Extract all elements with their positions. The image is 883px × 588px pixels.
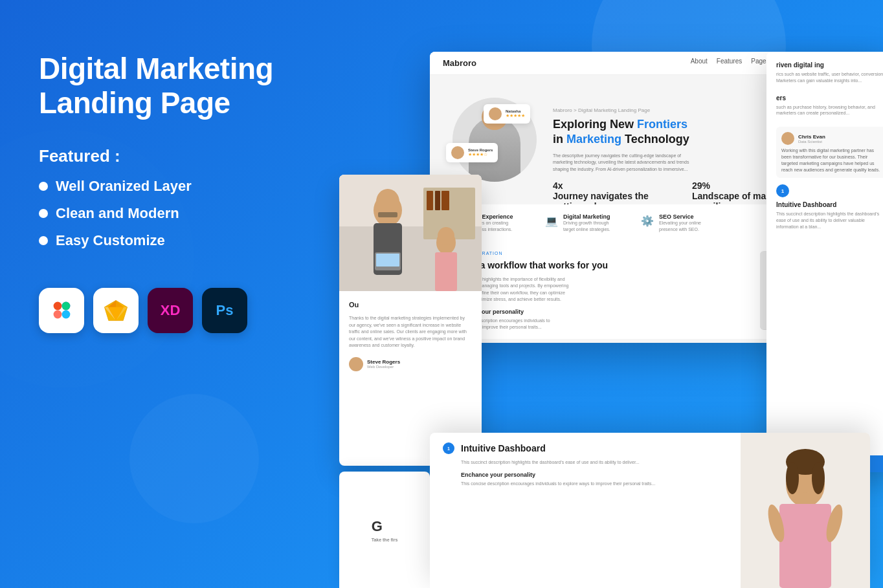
- svg-rect-26: [442, 191, 449, 210]
- go-desc: Take the firs: [372, 538, 398, 542]
- list-item: Easy Customize: [39, 232, 278, 249]
- second-profile: Steve Rogers Web Developer: [349, 357, 472, 371]
- figma-icon: [39, 288, 84, 333]
- ps-icon: Ps: [202, 288, 247, 333]
- title-part2: in: [553, 133, 563, 146]
- svg-point-35: [438, 227, 454, 245]
- ps-label: Ps: [216, 302, 234, 319]
- svg-rect-38: [779, 504, 831, 588]
- review-text: Working with this digital marketing part…: [781, 147, 881, 173]
- main-title: Digital Marketing Landing Page: [39, 52, 278, 120]
- svg-rect-34: [435, 252, 457, 291]
- dashboard-number: 1: [776, 184, 789, 197]
- xd-icon: XD: [148, 288, 193, 333]
- service-title-3: SEO Service: [659, 213, 717, 220]
- third-desc-1: rics such as website traffic, user behav…: [776, 71, 883, 84]
- list-item: Well Oranized Layer: [39, 178, 278, 195]
- go-letter: G: [372, 518, 398, 535]
- second-title: Ou: [349, 301, 472, 309]
- bottom-subtitle: Enchance your personality: [461, 472, 655, 478]
- svg-point-29: [376, 189, 399, 215]
- bottom-left: 1 Intuitive Dashboard This succinct desc…: [430, 433, 741, 588]
- bullet-icon: [39, 236, 48, 245]
- third-section-1: riven digital ing rics such as website t…: [776, 61, 883, 84]
- profile-name: Steve Rogers: [367, 359, 400, 365]
- third-desc-2: such as purchase history, browsing behav…: [776, 104, 883, 117]
- svg-point-41: [786, 462, 799, 494]
- stat-1: 4x Journey navigates the cutting-edge: [553, 180, 679, 204]
- stat-1-label: Journey navigates the cutting-edge: [553, 191, 679, 204]
- review-avatar: [781, 132, 794, 145]
- review-role: Data Scientist: [798, 140, 825, 144]
- service-icon-3: ⚙️: [641, 215, 654, 227]
- bottom-right-image: [741, 433, 870, 588]
- dashboard-title: Intuitive Dashboard: [776, 201, 883, 208]
- mockup-second: Ou Thanks to the digital marketing strat…: [339, 175, 482, 466]
- svg-rect-25: [435, 191, 440, 210]
- svg-rect-30: [378, 212, 397, 217]
- title-highlight1: Frontiers: [637, 118, 687, 131]
- sketch-icon: [93, 288, 139, 333]
- mockup-logo: Mabroro: [443, 58, 476, 68]
- dashboard-section: 1 Intuitive Dashboard This succinct desc…: [776, 184, 883, 230]
- bottom-title: Intuitive Dashboard: [461, 442, 655, 454]
- nav-link: Features: [717, 58, 742, 69]
- title-part1: Exploring New: [553, 118, 634, 131]
- service-title-2: Digital Marketing: [563, 213, 621, 220]
- svg-rect-3: [61, 310, 70, 319]
- rating-avatar: [489, 107, 502, 120]
- second-person-img: [339, 175, 482, 291]
- svg-rect-24: [427, 191, 433, 210]
- mockup-container: Mabroro About Features Pages Pricing FAQ…: [300, 0, 883, 588]
- svg-point-42: [812, 462, 825, 494]
- feature-text: Easy Customize: [56, 232, 165, 249]
- bg-decoration-2: [129, 394, 259, 523]
- bottom-desc: This succinct description highlights the…: [461, 459, 655, 466]
- content-tag: DATA INTEGRATION: [449, 251, 747, 256]
- second-content: Ou Thanks to the digital marketing strat…: [339, 291, 482, 381]
- svg-point-4: [61, 302, 70, 310]
- rating-stars-2: ★★★★☆: [468, 152, 493, 157]
- features-section: Featured : Well Oranized Layer Clean and…: [39, 146, 278, 249]
- review-card: Chris Evan Data Scientist Working with t…: [776, 127, 883, 178]
- rating-avatar-2: [451, 146, 464, 159]
- feature-text: Clean and Modern: [56, 205, 179, 222]
- profile-role: Web Developer: [367, 365, 400, 369]
- dashboard-desc: This succinct description highlights the…: [776, 211, 883, 230]
- left-panel: Digital Marketing Landing Page Featured …: [39, 52, 278, 333]
- mockup-hero-desc: The descriptive journey navigates the cu…: [553, 153, 695, 173]
- content-subtitle: Enchance your personality: [449, 309, 747, 315]
- service-desc-2: Driving growth through target online str…: [563, 220, 621, 233]
- review-name: Chris Evan: [798, 134, 825, 140]
- tool-icons-row: XD Ps: [39, 288, 278, 333]
- profile-avatar: [349, 357, 363, 371]
- second-desc: Thanks to the digital marketing strategi…: [349, 315, 472, 349]
- bottom-number: 1: [443, 442, 454, 454]
- mockup-third: riven digital ing rics such as website t…: [766, 52, 883, 472]
- content-left: DATA INTEGRATION Create a workflow that …: [449, 251, 747, 331]
- svg-rect-0: [53, 302, 61, 310]
- third-title-2: ers: [776, 94, 883, 102]
- feature-list: Well Oranized Layer Clean and Modern Eas…: [39, 178, 278, 249]
- service-icon-2: 💻: [545, 215, 558, 227]
- rating-stars: ★★★★★: [506, 113, 525, 118]
- bullet-icon: [39, 182, 48, 191]
- title-highlight2: Marketing: [566, 133, 621, 146]
- svg-rect-32: [376, 254, 399, 267]
- mockup-go: G Take the firs: [339, 472, 430, 588]
- content-title: Create a workflow that works for you: [449, 259, 747, 271]
- stat-1-value: 4x: [553, 180, 679, 191]
- service-desc-3: Elevating your online presence with SEO.: [659, 220, 717, 233]
- third-section-2: ers such as purchase history, browsing b…: [776, 94, 883, 117]
- bottom-subdesc: This concise description encourages indi…: [461, 481, 655, 487]
- nav-link: About: [691, 58, 708, 69]
- service-item-2: 💻 Digital Marketing Driving growth throu…: [545, 213, 621, 233]
- bottom-section: 1 Intuitive Dashboard This succinct desc…: [443, 442, 728, 486]
- list-item: Clean and Modern: [39, 205, 278, 222]
- mockup-bottom: 1 Intuitive Dashboard This succinct desc…: [430, 433, 870, 588]
- svg-rect-1: [53, 310, 61, 319]
- xd-label: XD: [161, 302, 181, 319]
- feature-text: Well Oranized Layer: [56, 178, 192, 195]
- title-part3: Technology: [625, 133, 689, 146]
- service-item-3: ⚙️ SEO Service Elevating your online pre…: [641, 213, 717, 233]
